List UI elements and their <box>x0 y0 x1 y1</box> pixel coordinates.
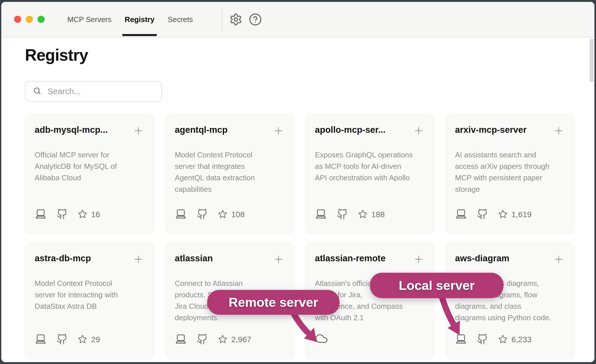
tab-bar: MCP Servers Registry Secrets <box>67 2 193 37</box>
star-icon <box>218 209 228 220</box>
server-name: astra-db-mcp <box>35 253 131 264</box>
toolbar-divider <box>221 8 222 31</box>
star-count: 2,967 <box>231 335 251 344</box>
help-circle-icon <box>249 23 262 27</box>
page-title: Registry <box>25 46 88 64</box>
add-server-button[interactable] <box>553 254 564 265</box>
close-button[interactable] <box>14 16 21 23</box>
star-count: 6,233 <box>511 335 532 344</box>
scrollbar-thumb[interactable] <box>590 39 594 82</box>
star-count: 1,619 <box>511 210 532 219</box>
server-meta: 1,619 <box>455 208 532 221</box>
server-meta <box>315 332 328 346</box>
server-meta: 6,233 <box>455 333 532 346</box>
add-server-button[interactable] <box>413 254 424 265</box>
laptop-icon <box>175 208 187 221</box>
tab-mcp-servers[interactable]: MCP Servers <box>67 15 111 24</box>
titlebar: MCP Servers Registry Secrets <box>1 2 594 37</box>
server-meta: 29 <box>35 333 100 346</box>
remote-server-label: Remote server <box>229 295 318 310</box>
server-card[interactable]: arxiv-mcp-server AI assistants search an… <box>445 114 575 234</box>
server-name: atlassian-remote <box>315 253 411 264</box>
laptop-icon <box>455 333 467 346</box>
server-description: Model Context Protocol server for intera… <box>35 278 145 312</box>
server-meta: 2,967 <box>175 333 251 346</box>
search-icon <box>33 86 42 96</box>
gear-icon <box>229 23 242 27</box>
github-icon[interactable] <box>56 208 68 221</box>
github-icon[interactable] <box>477 333 488 346</box>
server-card[interactable]: aws-diagram Generate AWS diagrams, seque… <box>445 242 575 359</box>
server-description: Official MCP server for AnalyticDB for M… <box>35 149 145 183</box>
local-server-label: Local server <box>399 278 475 293</box>
star-icon <box>218 334 228 345</box>
server-card[interactable]: astra-db-mcp Model Context Protocol serv… <box>24 242 155 359</box>
star-count: 108 <box>231 210 245 219</box>
add-server-button[interactable] <box>553 125 564 136</box>
server-description: Exposes GraphQL operations as MCP tools … <box>315 149 425 183</box>
github-icon[interactable] <box>56 333 68 346</box>
github-icon[interactable] <box>197 208 208 221</box>
laptop-icon <box>315 208 327 221</box>
server-meta: 188 <box>315 208 385 221</box>
server-name: atlassian <box>175 253 271 264</box>
add-server-button[interactable] <box>413 125 424 136</box>
remote-server-callout: Remote server <box>207 290 340 315</box>
add-server-button[interactable] <box>133 254 144 265</box>
tab-registry[interactable]: Registry <box>125 15 154 24</box>
help-button[interactable] <box>248 13 262 27</box>
server-meta: 16 <box>35 208 100 221</box>
local-server-callout: Local server <box>370 273 503 298</box>
star-icon <box>498 334 508 345</box>
settings-button[interactable] <box>229 13 243 27</box>
github-icon[interactable] <box>477 208 488 221</box>
cloud-icon <box>315 332 328 346</box>
star-count: 188 <box>371 210 385 219</box>
search-box[interactable] <box>25 81 162 102</box>
zoom-button[interactable] <box>38 16 45 23</box>
tab-secrets[interactable]: Secrets <box>168 15 193 24</box>
server-card[interactable]: agentql-mcp Model Context Protocol serve… <box>164 114 295 234</box>
server-name: aws-diagram <box>455 253 551 264</box>
github-icon[interactable] <box>197 333 208 346</box>
server-name: agentql-mcp <box>175 124 271 135</box>
star-icon <box>358 209 368 220</box>
server-name: arxiv-mcp-server <box>455 124 551 135</box>
laptop-icon <box>175 333 187 346</box>
server-card[interactable]: apollo-mcp-ser... Exposes GraphQL operat… <box>305 114 435 234</box>
server-name: apollo-mcp-ser... <box>315 124 411 135</box>
add-server-button[interactable] <box>273 254 284 265</box>
laptop-icon <box>35 208 47 221</box>
star-count: 16 <box>91 210 100 219</box>
laptop-icon <box>455 208 467 221</box>
add-server-button[interactable] <box>133 125 144 136</box>
minimize-button[interactable] <box>26 16 33 23</box>
search-input[interactable] <box>47 86 154 96</box>
server-description: AI assistants search and access arXiv pa… <box>455 149 565 195</box>
server-name: adb-mysql-mcp... <box>35 124 131 135</box>
star-icon <box>498 209 508 220</box>
github-icon[interactable] <box>337 208 348 221</box>
app-window: MCP Servers Registry Secrets Registry ad… <box>1 2 595 362</box>
star-count: 29 <box>91 335 100 344</box>
laptop-icon <box>35 333 47 346</box>
server-description: Model Context Protocol server that integ… <box>175 149 285 195</box>
server-grid: adb-mysql-mcp... Official MCP server for… <box>24 114 575 359</box>
traffic-lights <box>14 16 45 23</box>
server-meta: 108 <box>175 208 245 221</box>
server-card[interactable]: adb-mysql-mcp... Official MCP server for… <box>24 114 155 234</box>
add-server-button[interactable] <box>273 125 284 136</box>
star-icon <box>78 209 87 220</box>
star-icon <box>78 334 87 345</box>
